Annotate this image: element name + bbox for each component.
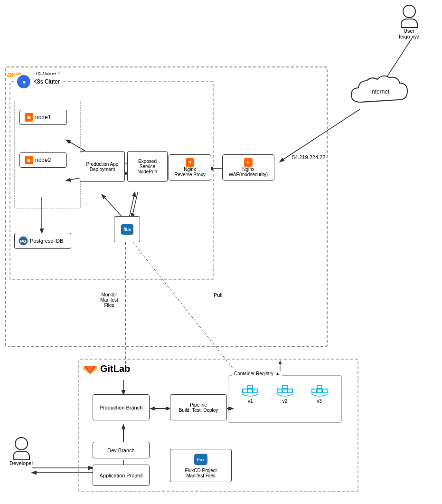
postgresql-content: PG Postgresql DB: [19, 236, 67, 246]
nodes-box: ▣ node1 ▣ node2: [14, 100, 81, 209]
monitor-manifest-text: MonitorManifestFiles: [100, 292, 118, 308]
svg-rect-38: [288, 389, 292, 393]
production-app-deployment-label: Production AppDeployment: [86, 162, 119, 172]
svg-rect-37: [282, 385, 287, 389]
svg-rect-32: [248, 389, 253, 393]
svg-rect-36: [282, 389, 287, 393]
application-project-box: Application Project: [93, 465, 150, 486]
developer-label: Developer: [9, 460, 33, 466]
svg-rect-40: [317, 389, 322, 393]
svg-text:flux: flux: [123, 227, 131, 232]
node1-icon: ▣: [25, 113, 33, 122]
postgresql-box: PG Postgresql DB: [14, 233, 71, 249]
gitlab-logo-area: GitLab: [83, 362, 130, 375]
application-project-label: Application Project: [99, 473, 142, 478]
flux-icon: flux: [120, 223, 134, 236]
diagram: User feigo.xyz Internet 54.219.224.22 aw…: [0, 0, 442, 504]
nginx-waf-box: N NginxWAF(modsecurity): [222, 154, 274, 181]
nginx-rp-header: N: [186, 158, 194, 167]
k8s-svg: ⎈: [19, 77, 28, 86]
docker-v1-icon: [242, 385, 259, 399]
production-app-deployment-box: Production AppDeployment: [80, 151, 125, 182]
user-head: [403, 5, 416, 18]
svg-rect-31: [243, 389, 247, 393]
user-person-icon: [399, 5, 419, 28]
k8s-cluster-label: K8s Cluter: [33, 78, 60, 85]
registry-v3: v3: [311, 385, 328, 404]
pipeline-box: PipelineBuild, Test, Deploy: [170, 394, 227, 420]
node2-box: ▣ node2: [19, 152, 67, 168]
developer-person-icon: [9, 437, 33, 460]
dev-branch-label: Dev Branch: [107, 447, 134, 453]
svg-rect-34: [253, 389, 258, 393]
nginx-waf-label: NginxWAF(modsecurity): [229, 167, 268, 177]
registry-versions: v1 v2 v3: [228, 376, 341, 406]
nginx-reverse-proxy-box: N NginxReverse Proxy: [169, 154, 211, 181]
production-branch-box: Production Branch: [93, 394, 150, 420]
gitlab-icon: [83, 362, 97, 375]
developer-figure: Developer: [9, 437, 33, 466]
k8s-icon: ⎈: [17, 75, 30, 88]
postgresql-icon: PG: [19, 236, 28, 246]
internet-text: Internet: [370, 88, 390, 95]
node1-box: ▣ node1: [19, 110, 67, 125]
v3-label: v3: [317, 399, 322, 404]
user-label: User: [399, 28, 419, 34]
production-branch-label: Production Branch: [100, 405, 143, 410]
registry-v1: v1: [242, 385, 259, 404]
internet-cloud: Internet: [347, 74, 413, 112]
developer-head: [15, 437, 28, 450]
nginx-reverse-proxy-label: NginxReverse Proxy: [174, 167, 206, 177]
v1-label: v1: [248, 399, 253, 404]
user-figure: User feigo.xyz: [399, 5, 419, 39]
fluxcd-project-label: FluxCD ProjectManifest Files: [185, 468, 216, 478]
nginx-waf-header: N: [244, 158, 253, 167]
docker-v2-icon: [276, 385, 293, 399]
registry-v2: v2: [276, 385, 293, 404]
flux-box: flux: [114, 216, 140, 242]
svg-text:flux: flux: [197, 457, 205, 462]
fluxcd-icon: flux: [193, 453, 208, 466]
node2-content: ▣ node2: [25, 156, 62, 164]
node1-label: node1: [35, 114, 51, 121]
svg-rect-39: [312, 389, 317, 393]
registry-arrow: ▲: [275, 371, 280, 376]
svg-rect-42: [322, 389, 327, 393]
fluxcd-project-box: flux FluxCD ProjectManifest Files: [170, 449, 232, 482]
registry-header: Container Registry ▲: [232, 371, 282, 376]
pull-label: Pull: [214, 292, 222, 298]
user-sublabel: feigo.xyz: [399, 34, 419, 39]
svg-rect-33: [248, 385, 253, 389]
exposed-service-box: ExposedServiceNodePort: [127, 151, 168, 182]
svg-rect-41: [317, 385, 322, 389]
developer-body: [13, 451, 30, 460]
svg-text:PG: PG: [20, 239, 26, 244]
postgresql-label: Postgresql DB: [30, 238, 63, 244]
exposed-service-label: ExposedServiceNodePort: [137, 159, 157, 174]
monitor-manifest-label: MonitorManifestFiles: [90, 292, 128, 308]
node2-label: node2: [35, 157, 51, 163]
registry-label: Container Registry: [234, 371, 273, 376]
pipeline-label: PipelineBuild, Test, Deploy: [179, 402, 218, 413]
nginx-rp-icon: N: [186, 158, 194, 167]
container-registry-box: Container Registry ▲ v1: [228, 375, 342, 423]
gitlab-text: GitLab: [100, 363, 130, 374]
user-body: [401, 19, 418, 28]
nginx-waf-icon: N: [244, 158, 253, 167]
k8s-header: ⎈ K8s Cluter: [15, 75, 62, 88]
node2-icon: ▣: [25, 156, 33, 164]
node1-content: ▣ node1: [25, 113, 62, 122]
cloud-svg: Internet: [347, 74, 413, 112]
dev-branch-box: Dev Branch: [93, 442, 150, 458]
docker-v3-icon: [311, 385, 328, 399]
svg-rect-35: [277, 389, 282, 393]
v2-label: v2: [282, 399, 288, 404]
